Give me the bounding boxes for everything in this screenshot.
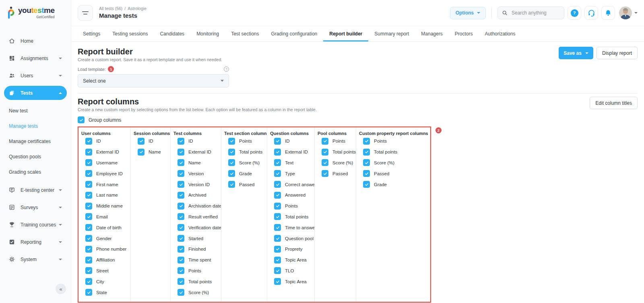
load-template-select[interactable]: Select one: [78, 74, 229, 87]
checkbox-checked[interactable]: [178, 203, 184, 210]
checkbox-checked[interactable]: [228, 181, 235, 188]
sidebar-subitem-question-pools[interactable]: Question pools: [4, 149, 67, 164]
sidebar-item-users[interactable]: Users: [4, 68, 67, 83]
checkbox-checked[interactable]: [138, 138, 144, 145]
tab-grading-configuration[interactable]: Grading configuration: [265, 26, 324, 42]
tab-candidates[interactable]: Candidates: [154, 26, 190, 42]
checkbox-checked[interactable]: [228, 170, 235, 177]
sidebar-item-reporting[interactable]: Reporting: [4, 235, 67, 249]
search-input[interactable]: [511, 10, 560, 16]
checkbox-checked[interactable]: [178, 138, 184, 145]
sidebar-item-surveys[interactable]: Surveys: [4, 200, 67, 214]
tab-monitoring[interactable]: Monitoring: [190, 26, 225, 42]
checkbox-checked[interactable]: [178, 170, 184, 177]
checkbox-checked[interactable]: [274, 267, 281, 274]
checkbox-checked[interactable]: [274, 278, 281, 285]
sidebar-item-e-testing-center[interactable]: E-testing center: [4, 183, 67, 197]
checkbox-checked[interactable]: [85, 213, 92, 220]
tab-summary-report[interactable]: Summary report: [368, 26, 415, 42]
help-button[interactable]: ?: [568, 6, 581, 20]
support-button[interactable]: [584, 6, 598, 20]
checkbox-checked[interactable]: [274, 246, 281, 253]
checkbox-checked[interactable]: [178, 289, 184, 296]
checkbox-checked[interactable]: [138, 149, 144, 156]
checkbox-checked[interactable]: [274, 181, 281, 188]
checkbox-checked[interactable]: [85, 159, 92, 166]
checkbox-checked[interactable]: [274, 159, 281, 166]
checkbox-checked[interactable]: [274, 224, 281, 231]
checkbox-checked[interactable]: [85, 235, 92, 242]
group-columns-checkbox[interactable]: [78, 116, 85, 123]
checkbox-checked[interactable]: [274, 149, 281, 156]
checkbox-checked[interactable]: [178, 192, 184, 199]
sidebar-subitem-grading-scales[interactable]: Grading scales: [4, 164, 67, 180]
checkbox-checked[interactable]: [363, 138, 370, 145]
checkbox-checked[interactable]: [228, 149, 235, 156]
checkbox-checked[interactable]: [178, 257, 184, 264]
breadcrumb-all-tests[interactable]: All tests (56): [99, 6, 122, 11]
edit-column-titles-button[interactable]: Edit column titles: [590, 97, 638, 109]
checkbox-checked[interactable]: [274, 257, 281, 264]
checkbox-checked[interactable]: [228, 159, 235, 166]
sidebar-subitem-manage-tests[interactable]: Manage tests: [4, 118, 67, 134]
notifications-button[interactable]: [601, 6, 615, 20]
checkbox-checked[interactable]: [228, 138, 235, 145]
checkbox-checked[interactable]: [85, 246, 92, 253]
checkbox-checked[interactable]: [178, 235, 184, 242]
checkbox-checked[interactable]: [85, 192, 92, 199]
checkbox-checked[interactable]: [85, 181, 92, 188]
tab-proctors[interactable]: Proctors: [449, 26, 479, 42]
checkbox-checked[interactable]: [274, 203, 281, 210]
checkbox-checked[interactable]: [85, 289, 92, 296]
checkbox-checked[interactable]: [363, 181, 370, 188]
tab-settings[interactable]: Settings: [77, 26, 106, 42]
checkbox-checked[interactable]: [178, 224, 184, 231]
sidebar-item-system[interactable]: System: [4, 252, 67, 266]
checkbox-checked[interactable]: [178, 278, 184, 285]
checkbox-checked[interactable]: [178, 213, 184, 220]
checkbox-checked[interactable]: [322, 138, 328, 145]
tab-report-builder[interactable]: Report builder: [323, 26, 368, 42]
checkbox-checked[interactable]: [178, 149, 184, 156]
checkbox-checked[interactable]: [363, 149, 370, 156]
sidebar-collapse-button[interactable]: «: [56, 284, 66, 294]
checkbox-checked[interactable]: [274, 138, 281, 145]
checkbox-checked[interactable]: [85, 203, 92, 210]
display-report-button[interactable]: Display report: [597, 47, 638, 59]
checkbox-checked[interactable]: [322, 159, 328, 166]
tab-testing-sessions[interactable]: Testing sessions: [106, 26, 154, 42]
checkbox-checked[interactable]: [178, 181, 184, 188]
checkbox-checked[interactable]: [178, 159, 184, 166]
save-as-button[interactable]: Save as: [559, 47, 593, 59]
user-menu[interactable]: [619, 6, 638, 19]
checkbox-checked[interactable]: [363, 159, 370, 166]
checkbox-checked[interactable]: [85, 257, 92, 264]
sidebar-subitem-manage-certificates[interactable]: Manage certificates: [4, 134, 67, 149]
checkbox-checked[interactable]: [85, 278, 92, 285]
breadcrumb-current[interactable]: Astrologie: [128, 6, 147, 11]
tab-managers[interactable]: Managers: [415, 26, 448, 42]
checkbox-checked[interactable]: [274, 213, 281, 220]
info-icon[interactable]: ?: [224, 66, 229, 72]
checkbox-checked[interactable]: [85, 138, 92, 145]
menu-toggle-button[interactable]: [78, 5, 93, 21]
checkbox-checked[interactable]: [274, 192, 281, 199]
checkbox-checked[interactable]: [85, 267, 92, 274]
checkbox-checked[interactable]: [178, 246, 184, 253]
sidebar-item-home[interactable]: Home: [4, 34, 67, 48]
checkbox-checked[interactable]: [274, 235, 281, 242]
checkbox-checked[interactable]: [274, 170, 281, 177]
checkbox-checked[interactable]: [85, 224, 92, 231]
tab-authorizations[interactable]: Authorizations: [479, 26, 521, 42]
checkbox-checked[interactable]: [85, 170, 92, 177]
checkbox-checked[interactable]: [363, 170, 370, 177]
checkbox-checked[interactable]: [85, 149, 92, 156]
sidebar-item-training-courses[interactable]: Training courses: [4, 218, 67, 232]
sidebar-item-assignments[interactable]: Assignments: [4, 51, 67, 65]
checkbox-checked[interactable]: [322, 149, 328, 156]
checkbox-checked[interactable]: [322, 170, 328, 177]
options-button[interactable]: Options: [450, 7, 486, 19]
search-box[interactable]: [497, 6, 564, 19]
sidebar-item-tests[interactable]: Tests: [4, 86, 67, 100]
sidebar-subitem-new-test[interactable]: New test: [4, 103, 67, 118]
